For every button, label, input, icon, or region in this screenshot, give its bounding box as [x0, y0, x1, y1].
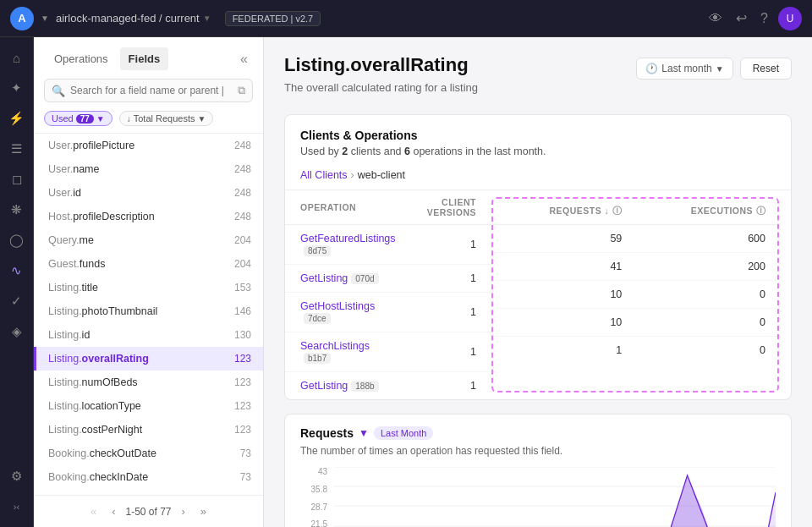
search-input[interactable] [70, 85, 233, 96]
field-item[interactable]: User.id 248 [34, 181, 263, 205]
field-panel: Operations Fields « 🔍 ⧉ Used 77 ▼ ↓ Tota… [34, 37, 264, 527]
table-row: GetListing188b 1 [285, 372, 491, 400]
breadcrumb: airlock-managed-fed / current ▼ [56, 12, 211, 25]
clock-icon: 🕐 [645, 63, 658, 74]
field-search-bar: 🔍 ⧉ [44, 79, 253, 102]
back-icon[interactable]: ↩ [732, 7, 750, 30]
clients-operations-card: Clients & Operations Used by 2 clients a… [284, 114, 792, 400]
operations-table-wrapper: OPERATION CLIENT VERSIONS GetFeaturedLis… [285, 190, 791, 399]
page-info: 1-50 of 77 [125, 506, 171, 518]
operations-main-cols: OPERATION CLIENT VERSIONS GetFeaturedLis… [285, 190, 491, 399]
filter-total-requests[interactable]: ↓ Total Requests ▼ [119, 111, 214, 126]
copy-icon[interactable]: ⧉ [238, 84, 245, 97]
last-page-button[interactable]: » [195, 502, 211, 520]
field-item[interactable]: Booking.checkInDate 73 [34, 465, 263, 489]
sidebar-analytics[interactable]: ✦ [3, 74, 30, 102]
chart-area: Apr 14th Apr 18th Apr 22nd Apr 26th Apr … [334, 467, 776, 527]
prev-page-button[interactable]: ‹ [107, 502, 120, 520]
filter-used-chevron: ▼ [96, 114, 105, 124]
field-list: User.profilePicture 248 User.name 248 Us… [34, 134, 263, 495]
search-icon: 🔍 [52, 85, 65, 97]
op-link[interactable]: GetListing [300, 380, 348, 392]
requests-subtitle: The number of times an operation has req… [285, 445, 791, 467]
tab-fields[interactable]: Fields [120, 47, 169, 70]
title-type: Listing. [284, 54, 350, 75]
col-requests: REQUESTS ↓ ⓘ [493, 199, 634, 225]
filter-used-badge: 77 [76, 114, 94, 124]
help-icon[interactable]: ? [757, 8, 771, 30]
requests-title: Requests [300, 426, 354, 440]
sidebar-settings[interactable]: ⚙ [3, 463, 30, 490]
breadcrumb-row: All Clients › web-client [285, 161, 791, 190]
y-axis: 43 35.8 28.7 21.5 14.3 7.2 0 [300, 467, 327, 527]
first-page-button[interactable]: « [85, 502, 102, 520]
filter-used[interactable]: Used 77 ▼ [44, 111, 112, 126]
sidebar-check[interactable]: ✓ [3, 288, 30, 315]
op-link[interactable]: GetHostListings [300, 300, 375, 312]
sidebar-operations[interactable]: ⚡ [3, 105, 30, 132]
panel-header: Operations Fields « [34, 37, 263, 70]
sidebar-chart[interactable]: ∿ [3, 257, 30, 284]
table-row: 41 200 [493, 253, 777, 281]
sidebar-expand[interactable]: ›‹ [3, 493, 30, 520]
collapse-panel-button[interactable]: « [237, 48, 251, 70]
title-field: overallRating [350, 54, 468, 75]
filter-total-label: Total Requests [134, 113, 195, 124]
op-link[interactable]: GetListing [300, 272, 348, 284]
field-item[interactable]: Host.profileDescription 248 [34, 205, 263, 228]
sort-icon: ↓ [127, 114, 131, 124]
requests-card: Requests ▼ Last Month The number of time… [284, 414, 792, 527]
table-row: 10 0 [493, 309, 777, 337]
requests-badge[interactable]: Last Month [374, 426, 433, 440]
sidebar-home[interactable]: ⌂ [3, 44, 30, 71]
field-item[interactable]: User.profilePicture 248 [34, 134, 263, 157]
nav-dropdown-arrow[interactable]: ▼ [41, 14, 49, 23]
avatar[interactable]: U [778, 7, 802, 30]
sidebar-chat[interactable]: ◯ [3, 227, 30, 254]
field-item[interactable]: Listing.locationType 123 [34, 394, 263, 418]
col-client-versions: CLIENT VERSIONS [411, 190, 491, 225]
field-item[interactable]: Guest.funds 204 [34, 252, 263, 276]
sidebar-users[interactable]: ❋ [3, 196, 30, 223]
field-pagination: « ‹ 1-50 of 77 › » [34, 495, 263, 527]
operations-table: OPERATION CLIENT VERSIONS GetFeaturedLis… [285, 190, 491, 399]
table-row: GetHostListings7dce 1 [285, 293, 491, 332]
field-item[interactable]: Listing.photoThumbnail 146 [34, 299, 263, 323]
col-operation: OPERATION [285, 190, 411, 225]
highlighted-columns: REQUESTS ↓ ⓘ EXECUTIONS ⓘ 59 600 [491, 197, 779, 393]
field-item[interactable]: Query.me 204 [34, 228, 263, 252]
next-page-button[interactable]: › [177, 502, 190, 520]
op-link[interactable]: GetFeaturedListings [300, 233, 396, 244]
table-row: GetFeaturedListings8d75 1 [285, 225, 491, 265]
field-item[interactable]: Booking.checkOutDate 73 [34, 442, 263, 465]
highlighted-table: REQUESTS ↓ ⓘ EXECUTIONS ⓘ 59 600 [493, 199, 777, 364]
breadcrumb-all-clients[interactable]: All Clients [300, 169, 348, 181]
fed-badge: FEDERATED | v2.7 [225, 11, 321, 26]
requests-card-header: Requests ▼ Last Month [285, 414, 791, 445]
sidebar-docs[interactable]: ☰ [3, 135, 30, 162]
chevron-down-icon-requests[interactable]: ▼ [359, 427, 369, 439]
sidebar-alerts[interactable]: ◻ [3, 166, 30, 193]
tab-operations[interactable]: Operations [46, 47, 117, 70]
reset-button[interactable]: Reset [740, 58, 792, 80]
op-link[interactable]: SearchListings [300, 340, 370, 352]
main-content: Listing.overallRating The overall calcul… [264, 37, 812, 527]
field-item-overallrating[interactable]: Listing.overallRating 123 [34, 347, 263, 371]
top-nav: A ▼ airlock-managed-fed / current ▼ FEDE… [0, 0, 812, 37]
field-item[interactable]: Listing.numOfBeds 123 [34, 371, 263, 394]
table-row: 1 0 [493, 337, 777, 365]
eye-icon[interactable]: 👁 [705, 8, 726, 30]
chevron-down-icon: ▼ [716, 64, 724, 74]
field-item[interactable]: Listing.id 130 [34, 323, 263, 347]
field-item[interactable]: Listing.costPerNight 123 [34, 418, 263, 442]
time-label: Last month [661, 63, 711, 74]
field-item[interactable]: User.name 248 [34, 157, 263, 181]
sidebar-tag[interactable]: ◈ [3, 318, 30, 345]
info-icon-2: ⓘ [756, 206, 766, 216]
logo[interactable]: A [10, 7, 34, 30]
table-row: GetListing070d 1 [285, 265, 491, 293]
card-title: Clients & Operations [300, 129, 776, 142]
field-item[interactable]: Listing.title 153 [34, 276, 263, 299]
time-range-button[interactable]: 🕐 Last month ▼ [636, 58, 732, 80]
chart-container: 43 35.8 28.7 21.5 14.3 7.2 0 [285, 467, 791, 527]
